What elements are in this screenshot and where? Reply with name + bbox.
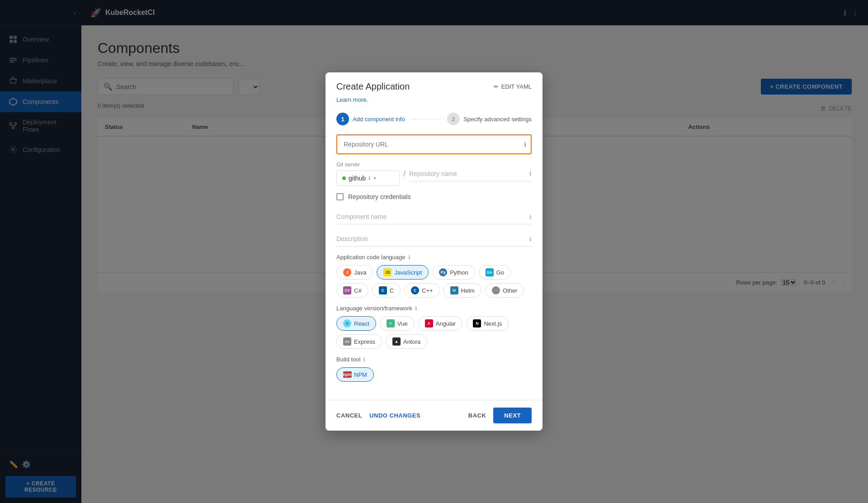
cpp-label: C++ xyxy=(422,287,433,294)
credentials-label: Repository credentials xyxy=(348,193,411,200)
java-label: Java xyxy=(354,269,366,276)
step-connector xyxy=(410,119,442,119)
next-button[interactable]: NEXT xyxy=(493,408,532,423)
lang-javascript-chip[interactable]: JS JavaScript xyxy=(377,265,429,280)
step-1: 1 Add component info xyxy=(336,113,405,125)
lang-cpp-chip[interactable]: C C++ xyxy=(404,283,440,298)
modal-title: Create Application xyxy=(336,81,410,92)
lang-other-chip[interactable]: ··· Other xyxy=(485,283,524,298)
framework-nextjs-chip[interactable]: N Next.js xyxy=(466,316,509,331)
lang-helm-chip[interactable]: H Helm xyxy=(443,283,481,298)
modal-learn-more: Learn more. xyxy=(326,92,542,104)
framework-react-chip[interactable]: ⚛ React xyxy=(336,316,376,331)
component-name-field: ℹ xyxy=(336,209,532,224)
credentials-checkbox[interactable] xyxy=(336,193,344,200)
framework-antora-chip[interactable]: ▲ Antora xyxy=(386,334,427,349)
angular-icon: A xyxy=(425,319,433,327)
git-server-select[interactable]: github ℹ ▾ xyxy=(336,171,400,186)
cpp-icon: C xyxy=(411,286,419,294)
code-language-label: Application code language ℹ xyxy=(336,254,532,261)
c-icon: C xyxy=(379,286,387,294)
antora-icon: ▲ xyxy=(392,337,401,346)
component-name-info-icon: ℹ xyxy=(529,214,532,220)
description-input[interactable] xyxy=(336,232,532,247)
framework-chip-group: ⚛ React V Vue A Angular N Next.js ex E xyxy=(336,316,532,349)
framework-vue-chip[interactable]: V Vue xyxy=(380,316,415,331)
git-server-label: Git server xyxy=(336,161,400,168)
npm-label: NPM xyxy=(354,371,367,378)
javascript-label: JavaScript xyxy=(394,269,422,276)
build-tool-chip-group: npm NPM xyxy=(336,367,532,382)
repo-url-input[interactable] xyxy=(336,134,532,154)
vue-icon: V xyxy=(387,319,395,327)
npm-icon: npm xyxy=(343,370,351,379)
build-tool-npm-chip[interactable]: npm NPM xyxy=(336,367,374,382)
git-server-status-indicator xyxy=(342,176,346,180)
git-server-info-icon: ℹ xyxy=(368,175,371,181)
build-tool-info-icon: ℹ xyxy=(363,356,365,363)
learn-more-link[interactable]: Learn more. xyxy=(336,96,368,103)
modal-body: ℹ Git server github ℹ ▾ / ℹ xyxy=(326,134,542,400)
git-server-row: Git server github ℹ ▾ / ℹ xyxy=(336,161,532,186)
angular-label: Angular xyxy=(436,320,456,327)
antora-label: Antora xyxy=(403,338,420,345)
lang-c-chip[interactable]: C C xyxy=(372,283,401,298)
express-icon: ex xyxy=(343,337,351,346)
pencil-icon: ✏ xyxy=(494,83,499,90)
lang-java-chip[interactable]: J Java xyxy=(336,265,373,280)
go-label: Go xyxy=(496,269,504,276)
edit-yaml-label: EDIT YAML xyxy=(501,83,532,90)
step-1-circle: 1 xyxy=(336,113,349,125)
lang-csharp-chip[interactable]: C# C# xyxy=(336,283,368,298)
python-label: Python xyxy=(450,269,468,276)
react-icon: ⚛ xyxy=(343,319,351,327)
framework-info-icon: ℹ xyxy=(415,305,417,312)
build-tool-label: Build tool ℹ xyxy=(336,356,532,363)
helm-icon: H xyxy=(450,286,458,294)
undo-changes-button[interactable]: UNDO CHANGES xyxy=(369,412,420,419)
react-label: React xyxy=(354,320,369,327)
modal-header: Create Application ✏ EDIT YAML xyxy=(326,72,542,92)
edit-yaml-button[interactable]: ✏ EDIT YAML xyxy=(494,83,532,90)
slash-divider: / xyxy=(403,169,406,179)
description-info-icon: ℹ xyxy=(529,236,532,242)
modal-stepper: 1 Add component info 2 Specify advanced … xyxy=(326,104,542,134)
javascript-icon: JS xyxy=(383,268,392,276)
create-application-modal: Create Application ✏ EDIT YAML Learn mor… xyxy=(326,72,542,431)
cancel-button[interactable]: CANCEL xyxy=(336,412,362,419)
framework-angular-chip[interactable]: A Angular xyxy=(418,316,463,331)
modal-overlay: Create Application ✏ EDIT YAML Learn mor… xyxy=(0,0,868,503)
express-label: Express xyxy=(354,338,375,345)
csharp-icon: C# xyxy=(343,286,351,294)
repo-name-wrap: ℹ xyxy=(409,166,532,181)
back-button[interactable]: BACK xyxy=(468,412,486,419)
vue-label: Vue xyxy=(397,320,408,327)
lang-python-chip[interactable]: Py Python xyxy=(432,265,475,280)
chevron-down-icon: ▾ xyxy=(373,175,376,181)
go-icon: Go xyxy=(486,268,494,276)
component-name-input[interactable] xyxy=(336,209,532,224)
repo-url-field: ℹ xyxy=(336,134,532,154)
description-field: ℹ xyxy=(336,232,532,247)
step-2: 2 Specify advanced settings xyxy=(447,113,532,125)
modal-footer: CANCEL UNDO CHANGES BACK NEXT xyxy=(326,400,542,431)
git-server-name: github xyxy=(349,175,366,182)
java-icon: J xyxy=(343,268,351,276)
language-chip-group: J Java JS JavaScript Py Python Go Go C# xyxy=(336,265,532,298)
framework-express-chip[interactable]: ex Express xyxy=(336,334,382,349)
csharp-label: C# xyxy=(354,287,362,294)
step-1-label: Add component info xyxy=(353,116,405,123)
c-label: C xyxy=(390,287,394,294)
helm-label: Helm xyxy=(461,287,475,294)
python-icon: Py xyxy=(439,268,447,276)
repo-name-input[interactable] xyxy=(409,166,532,181)
framework-label: Language version/framework ℹ xyxy=(336,305,532,312)
nextjs-label: Next.js xyxy=(484,320,502,327)
other-icon: ··· xyxy=(492,286,500,294)
other-label: Other xyxy=(503,287,518,294)
nextjs-icon: N xyxy=(473,319,481,327)
code-language-info-icon: ℹ xyxy=(408,254,410,261)
step-2-label: Specify advanced settings xyxy=(463,116,532,123)
step-2-circle: 2 xyxy=(447,113,460,125)
lang-go-chip[interactable]: Go Go xyxy=(479,265,511,280)
